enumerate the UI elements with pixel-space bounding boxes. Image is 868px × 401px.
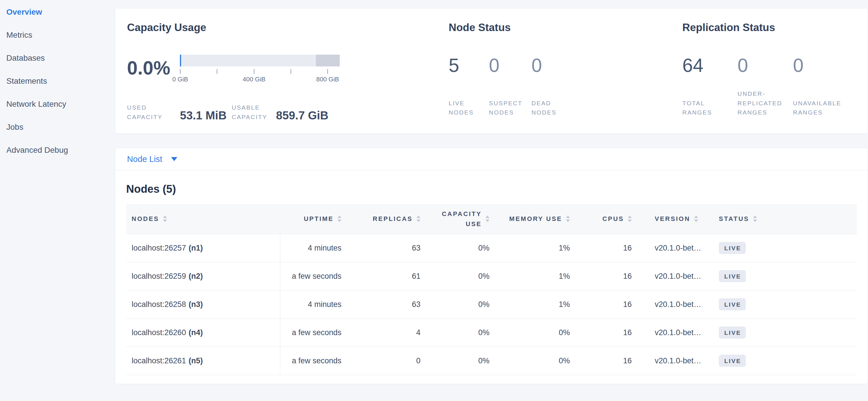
dead-nodes-label: DEAD NODES [531, 99, 570, 117]
usable-capacity-label: USABLE CAPACITY [232, 103, 272, 122]
node-address: localhost:26257 [132, 244, 186, 252]
node-row[interactable]: localhost:26257(n1) 4 minutes 63 0% 1% 1… [126, 234, 857, 262]
capacity-use-cell: 0% [429, 318, 498, 347]
node-list-dropdown-label: Node List [127, 154, 162, 164]
app-root: Overview Metrics Databases Statements Ne… [0, 0, 868, 401]
unavailable-ranges-stat: 0 UNAVAILABLE RANGES [793, 56, 856, 117]
sidebar-item-jobs[interactable]: Jobs [6, 116, 115, 139]
sort-icon [486, 216, 490, 222]
node-address-cell: localhost:26257(n1) [126, 234, 280, 262]
status-cell: LIVE [713, 262, 857, 290]
column-label: NODES [132, 214, 159, 224]
node-address-cell: localhost:26259(n2) [126, 262, 280, 290]
column-header-memory-use[interactable]: MEMORY USE [498, 204, 578, 234]
sort-icon [628, 216, 632, 222]
under-replicated-ranges-stat: 0 UNDER-REPLICATED RANGES [738, 56, 793, 117]
capacity-use-cell: 0% [429, 262, 498, 290]
sidebar-item-statements[interactable]: Statements [6, 69, 115, 93]
under-replicated-ranges-label: UNDER-REPLICATED RANGES [738, 89, 792, 117]
node-list-card: Node List Nodes (5) NODES [115, 148, 868, 384]
capacity-use-cell: 0% [429, 347, 498, 375]
column-header-replicas[interactable]: REPLICAS [349, 204, 429, 234]
capacity-usage-title: Capacity Usage [127, 21, 449, 34]
sidebar-item-network-latency[interactable]: Network Latency [6, 93, 115, 116]
column-header-uptime[interactable]: UPTIME [280, 204, 349, 234]
memory-use-cell: 0% [498, 318, 578, 347]
capacity-use-cell: 0% [429, 234, 498, 262]
cpus-cell: 16 [578, 347, 640, 375]
axis-tick-label: 0 GiB [172, 76, 188, 83]
unavailable-ranges-value: 0 [793, 56, 856, 75]
version-cell: v20.1.0-bet… [640, 347, 713, 375]
node-address: localhost:26259 [132, 272, 186, 281]
capacity-used-percent: 0.0% [127, 58, 180, 78]
total-ranges-value: 64 [682, 56, 738, 75]
main-content: Capacity Usage 0.0% [115, 0, 868, 401]
replicas-cell: 4 [349, 318, 429, 347]
total-ranges-stat: 64 TOTAL RANGES [682, 56, 738, 117]
status-cell: LIVE [713, 234, 857, 262]
nodes-table-body: localhost:26257(n1) 4 minutes 63 0% 1% 1… [126, 234, 857, 375]
capacity-bar-axis: 0 GiB 400 GiB 800 GiB [180, 66, 340, 81]
version-cell: v20.1.0-bet… [640, 234, 713, 262]
node-id: (n5) [189, 356, 203, 365]
cluster-summary-card: Capacity Usage 0.0% [115, 8, 868, 134]
status-badge: LIVE [719, 270, 746, 282]
column-header-status[interactable]: STATUS [713, 204, 857, 234]
node-row[interactable]: localhost:26259(n2) a few seconds 61 0% … [126, 262, 857, 290]
replicas-cell: 63 [349, 290, 429, 318]
live-nodes-stat: 5 LIVE NODES [449, 56, 489, 117]
chevron-down-icon [171, 157, 177, 161]
cpus-cell: 16 [578, 318, 640, 347]
version-cell: v20.1.0-bet… [640, 262, 713, 290]
nodes-table: NODES UPTIME REPLICAS CAPACITY USE [126, 204, 857, 375]
node-row[interactable]: localhost:26258(n3) 4 minutes 63 0% 1% 1… [126, 290, 857, 318]
memory-use-cell: 1% [498, 290, 578, 318]
memory-use-cell: 0% [498, 347, 578, 375]
sidebar-item-advanced-debug[interactable]: Advanced Debug [6, 139, 115, 162]
column-header-version[interactable]: VERSION [640, 204, 713, 234]
node-status-title: Node Status [449, 21, 682, 34]
sort-icon [566, 216, 570, 222]
sidebar-item-metrics[interactable]: Metrics [6, 24, 115, 47]
under-replicated-ranges-value: 0 [738, 56, 793, 75]
column-header-nodes[interactable]: NODES [126, 204, 280, 234]
node-row[interactable]: localhost:26261(n5) a few seconds 0 0% 0… [126, 347, 857, 375]
node-address-cell: localhost:26260(n4) [126, 318, 280, 347]
column-label: MEMORY USE [509, 214, 562, 224]
node-list-dropdown[interactable]: Node List [127, 154, 177, 164]
nodes-count-title: Nodes (5) [126, 183, 857, 195]
replication-status-section: Replication Status 64 TOTAL RANGES 0 UND… [682, 21, 856, 134]
node-list-toolbar: Node List [115, 148, 868, 170]
sidebar-item-databases[interactable]: Databases [6, 47, 115, 69]
node-id: (n2) [189, 272, 203, 281]
node-id: (n1) [189, 244, 203, 252]
column-label: VERSION [655, 214, 690, 224]
axis-tick-label: 400 GiB [243, 76, 266, 83]
sidebar-item-overview[interactable]: Overview [6, 1, 115, 24]
column-label: REPLICAS [373, 214, 413, 224]
column-header-cpus[interactable]: CPUS [578, 204, 640, 234]
column-label: UPTIME [304, 214, 334, 224]
unavailable-ranges-label: UNAVAILABLE RANGES [793, 99, 847, 117]
uptime-cell: a few seconds [280, 318, 349, 347]
capacity-bar-used-segment [180, 55, 181, 66]
suspect-nodes-label: SUSPECT NODES [489, 99, 528, 117]
node-address: localhost:26261 [132, 356, 186, 365]
sort-icon [694, 216, 698, 222]
node-id: (n3) [189, 300, 203, 309]
node-status-section: Node Status 5 LIVE NODES 0 SUSPECT NODES… [449, 21, 682, 134]
cpus-cell: 16 [578, 262, 640, 290]
replicas-cell: 63 [349, 234, 429, 262]
uptime-cell: a few seconds [280, 262, 349, 290]
node-address-cell: localhost:26261(n5) [126, 347, 280, 375]
node-id: (n4) [189, 328, 203, 337]
column-label: CAPACITY USE [441, 209, 482, 229]
live-nodes-label: LIVE NODES [449, 99, 488, 117]
used-capacity-label: USED CAPACITY [127, 103, 180, 122]
usable-capacity-value: 859.7 GiB [276, 109, 328, 122]
column-label: CPUS [602, 214, 624, 224]
status-badge: LIVE [719, 298, 746, 310]
column-header-capacity-use[interactable]: CAPACITY USE [429, 204, 498, 234]
node-row[interactable]: localhost:26260(n4) a few seconds 4 0% 0… [126, 318, 857, 347]
